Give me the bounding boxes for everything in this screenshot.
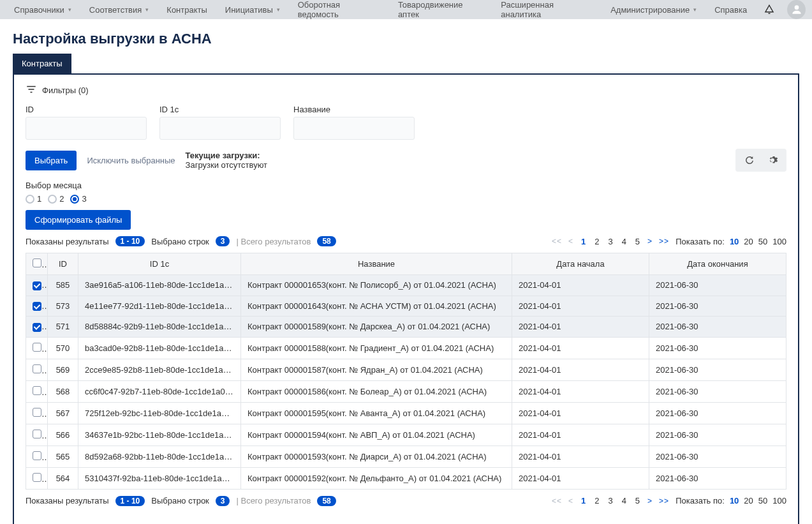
cell-end: 2021-06-30 [649, 337, 786, 359]
exclude-button[interactable]: Исключить выбранные [87, 156, 175, 165]
header-checkbox-cell [26, 253, 48, 275]
month-radio-label: 1 [37, 194, 41, 204]
table-header-row: ID ID 1с Название Дата начала Дата оконч… [26, 253, 786, 275]
pager-next[interactable]: > [647, 237, 653, 246]
select-all-checkbox[interactable] [33, 258, 41, 267]
nav-item-1[interactable]: Соответствия▾ [82, 1, 157, 19]
pager-page-5[interactable]: 5 [634, 496, 641, 505]
cell-id: 571 [48, 317, 78, 338]
header-end[interactable]: Дата окончания [649, 253, 786, 275]
pager-page-2[interactable]: 2 [593, 237, 600, 246]
pager-page-3[interactable]: 3 [607, 237, 614, 246]
cell-start: 2021-04-01 [512, 317, 649, 338]
field-id-input[interactable] [26, 117, 147, 140]
cell-id1c: ba3cad0e-92b8-11eb-80de-1cc1de1a01a8 [78, 337, 241, 359]
pager-page-2[interactable]: 2 [593, 496, 600, 505]
notifications-button[interactable] [760, 0, 778, 19]
content-box: Фильтры (0) ID ID 1с Название Выбрать Ис… [13, 73, 799, 524]
pager-last[interactable]: >> [659, 497, 669, 505]
field-id1c-input[interactable] [159, 117, 281, 140]
nav-item-5[interactable]: Товародвижение аптек [390, 0, 491, 23]
showby-option-10[interactable]: 10 [730, 496, 739, 505]
nav-item-label: Соответствия [89, 5, 142, 15]
pager-page-3[interactable]: 3 [607, 496, 614, 505]
pager-first[interactable]: << [552, 497, 562, 505]
nav-item-3[interactable]: Инициативы▾ [218, 1, 288, 19]
table-row[interactable]: 5645310437f-92ba-11eb-80de-1cc1de1a01a8К… [26, 467, 786, 489]
selected-count-badge: 3 [216, 236, 230, 246]
showby-label: Показать по: [675, 496, 725, 505]
row-checkbox[interactable] [33, 281, 41, 290]
table-row[interactable]: 567725f12eb-92bc-11eb-80de-1cc1de1a01a8К… [26, 402, 786, 424]
page-title: Настройка выгрузки в АСНА [13, 31, 799, 47]
pager-page-5[interactable]: 5 [634, 237, 641, 246]
month-radio-3[interactable]: 3 [70, 194, 86, 204]
row-checkbox[interactable] [33, 343, 41, 352]
row-checkbox[interactable] [33, 386, 41, 395]
showby-option-20[interactable]: 20 [744, 237, 753, 246]
pager-page-1[interactable]: 1 [580, 237, 587, 246]
showby-option-20[interactable]: 20 [744, 496, 753, 505]
row-checkbox[interactable] [33, 473, 41, 482]
results-label: Показаны результаты [26, 237, 109, 246]
pager-page-1[interactable]: 1 [580, 496, 587, 505]
nav-item-0[interactable]: Справочники▾ [6, 1, 79, 19]
cell-start: 2021-04-01 [512, 467, 649, 489]
cell-start: 2021-04-01 [512, 424, 649, 445]
refresh-button[interactable] [739, 151, 760, 169]
row-checkbox[interactable] [33, 364, 41, 373]
nav-item-8[interactable]: Справка [707, 1, 755, 19]
table-row[interactable]: 5658d592a68-92bb-11eb-80de-1cc1de1a01a8К… [26, 445, 786, 467]
row-checkbox[interactable] [33, 323, 41, 332]
showby-option-10[interactable]: 10 [730, 237, 739, 246]
table-row[interactable]: 5718d58884c-92b9-11eb-80de-1cc1de1a01a8К… [26, 317, 786, 338]
nav-item-6[interactable]: Расширенная аналитика [493, 0, 600, 23]
cell-name: Контракт 000001643(конт. № АСНА УСТМ) от… [241, 296, 512, 317]
make-files-button[interactable]: Сформировать файлы [26, 210, 131, 230]
table-row[interactable]: 5853ae916a5-a106-11eb-80de-1cc1de1a01a8К… [26, 275, 786, 296]
showby-option-100[interactable]: 100 [772, 237, 786, 246]
pager-page-4[interactable]: 4 [621, 496, 628, 505]
pager-last[interactable]: >> [659, 237, 669, 246]
header-name[interactable]: Название [241, 253, 512, 275]
showby-option-50[interactable]: 50 [758, 496, 767, 505]
pager-prev[interactable]: < [568, 237, 573, 246]
pager-next[interactable]: > [647, 497, 653, 505]
chevron-down-icon: ▾ [68, 6, 71, 13]
total-label: | Всего результатов [236, 237, 311, 246]
row-checkbox[interactable] [33, 430, 41, 438]
month-radio-1[interactable]: 1 [26, 194, 41, 204]
month-radio-2[interactable]: 2 [48, 194, 64, 204]
row-checkbox-cell [26, 402, 48, 424]
showby-bottom: Показать по:102050100 [675, 496, 786, 505]
header-start[interactable]: Дата начала [512, 253, 649, 275]
nav-item-4[interactable]: Оборотная ведомость [290, 0, 388, 23]
settings-button[interactable] [762, 151, 783, 169]
total-count-badge: 58 [317, 496, 336, 506]
nav-item-7[interactable]: Администрирование▾ [603, 1, 704, 19]
showby-top: Показать по:102050100 [675, 237, 786, 246]
field-name-input[interactable] [293, 117, 415, 140]
pager-prev[interactable]: < [568, 497, 573, 505]
table-row[interactable]: 5692cce9e85-92b8-11eb-80de-1cc1de1a01a8К… [26, 359, 786, 380]
select-button[interactable]: Выбрать [26, 151, 77, 170]
row-checkbox[interactable] [33, 408, 41, 417]
tab-contracts[interactable]: Контракты [13, 54, 71, 73]
header-id[interactable]: ID [48, 253, 78, 275]
showby-option-50[interactable]: 50 [758, 237, 767, 246]
header-id1c[interactable]: ID 1с [78, 253, 241, 275]
table-row[interactable]: 56634637e1b-92bc-11eb-80de-1cc1de1a01a8К… [26, 424, 786, 445]
pager-page-4[interactable]: 4 [621, 237, 628, 246]
row-checkbox[interactable] [33, 451, 41, 460]
table-row[interactable]: 568cc6f0c47-92b7-11eb-80de-1cc1de1a01a8К… [26, 380, 786, 402]
row-checkbox[interactable] [33, 302, 41, 311]
showby-option-100[interactable]: 100 [772, 496, 786, 505]
filters-header[interactable]: Фильтры (0) [26, 84, 786, 97]
table-row[interactable]: 570ba3cad0e-92b8-11eb-80de-1cc1de1a01a8К… [26, 337, 786, 359]
nav-item-2[interactable]: Контракты [159, 1, 215, 19]
table-row[interactable]: 5734e11ee77-92d1-11eb-80de-1cc1de1a01a8К… [26, 296, 786, 317]
cell-id: 567 [48, 402, 78, 424]
month-row: 123 [26, 194, 786, 204]
pager-first[interactable]: << [552, 237, 562, 246]
user-avatar[interactable] [787, 0, 806, 19]
